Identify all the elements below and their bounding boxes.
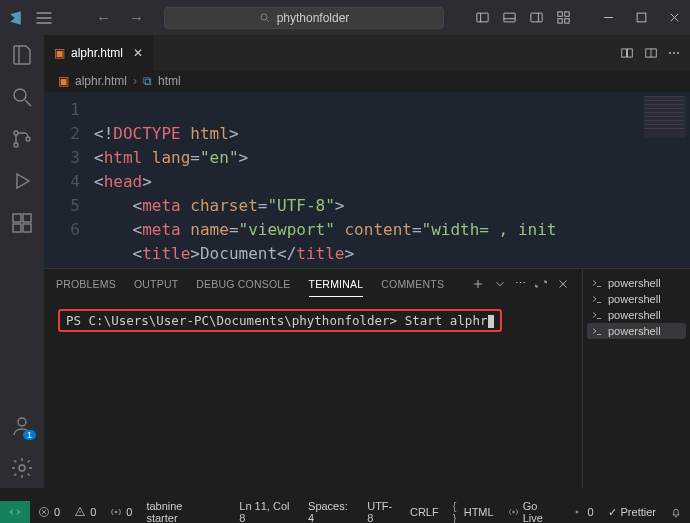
- html-file-icon: ▣: [54, 46, 65, 60]
- nav-forward[interactable]: →: [129, 9, 144, 26]
- title-bar: ← → phythonfolder: [0, 0, 690, 35]
- breadcrumb[interactable]: ▣ alphr.html › ⧉ html: [44, 70, 690, 92]
- status-spaces[interactable]: Spaces: 4: [308, 500, 353, 523]
- terminal-prompt: PS C:\Users\User-PC\Documents\phythonfol…: [66, 313, 397, 328]
- vscode-icon: [8, 9, 26, 27]
- layout-sidebar-left-icon[interactable]: [475, 10, 490, 25]
- svg-rect-15: [13, 224, 21, 232]
- accounts-icon[interactable]: [10, 414, 34, 438]
- svg-rect-16: [23, 224, 31, 232]
- close-tab-icon[interactable]: ✕: [133, 46, 143, 60]
- status-language[interactable]: { }HTML: [453, 500, 494, 523]
- status-eol[interactable]: CRLF: [410, 506, 439, 518]
- command-center[interactable]: phythonfolder: [164, 7, 444, 29]
- compare-icon[interactable]: [620, 46, 634, 60]
- menu-icon[interactable]: [34, 8, 54, 28]
- svg-point-25: [576, 511, 578, 513]
- svg-point-11: [14, 143, 18, 147]
- close-window-icon[interactable]: [667, 10, 682, 25]
- close-panel-icon[interactable]: [556, 277, 570, 291]
- svg-point-18: [19, 465, 25, 471]
- terminal-list: powershell powershell powershell powersh…: [582, 269, 690, 488]
- search-text: phythonfolder: [277, 11, 350, 25]
- layout-sidebar-right-icon[interactable]: [529, 10, 544, 25]
- more-panel-icon[interactable]: ⋯: [515, 277, 526, 291]
- terminal-list-item[interactable]: powershell: [587, 323, 686, 339]
- search-icon: [259, 12, 271, 24]
- terminal-list-item[interactable]: powershell: [587, 307, 686, 323]
- maximize-panel-icon[interactable]: [534, 277, 548, 291]
- tab-bar: ▣ alphr.html ✕ ⋯: [44, 35, 690, 70]
- activity-bar: [0, 35, 44, 488]
- status-linecol[interactable]: Ln 11, Col 8: [239, 500, 294, 523]
- minimap[interactable]: [644, 96, 686, 138]
- terminal-list-item[interactable]: powershell: [587, 291, 686, 307]
- status-encoding[interactable]: UTF-8: [367, 500, 396, 523]
- split-icon[interactable]: [644, 46, 658, 60]
- tab-problems[interactable]: PROBLEMS: [56, 272, 116, 296]
- customize-layout-icon[interactable]: [556, 10, 571, 25]
- tab-terminal[interactable]: TERMINAL: [309, 272, 364, 297]
- search-side-icon[interactable]: [10, 85, 34, 109]
- svg-point-0: [261, 14, 267, 20]
- breadcrumb-file: alphr.html: [75, 74, 127, 88]
- editor-tab[interactable]: ▣ alphr.html ✕: [44, 35, 154, 70]
- maximize-icon[interactable]: [634, 10, 649, 25]
- html-file-icon: ▣: [58, 74, 69, 88]
- svg-point-17: [18, 418, 26, 426]
- svg-point-23: [115, 511, 117, 513]
- tab-output[interactable]: OUTPUT: [134, 272, 178, 296]
- status-prettier[interactable]: ✓Prettier: [608, 506, 656, 519]
- settings-gear-icon[interactable]: [10, 456, 34, 480]
- run-debug-icon[interactable]: [10, 169, 34, 193]
- status-port[interactable]: 0: [571, 506, 593, 518]
- svg-rect-6: [558, 19, 562, 23]
- svg-rect-1: [477, 13, 488, 22]
- nav-back[interactable]: ←: [96, 9, 111, 26]
- svg-point-12: [26, 137, 30, 141]
- chevron-down-icon[interactable]: [493, 277, 507, 291]
- svg-rect-5: [565, 12, 569, 16]
- svg-point-24: [512, 511, 514, 513]
- svg-rect-3: [531, 13, 542, 22]
- status-bell-icon[interactable]: [670, 506, 682, 518]
- code-content: <!DOCTYPE html> <html lang="en"> <head> …: [94, 92, 690, 268]
- extensions-icon[interactable]: [10, 211, 34, 235]
- explorer-icon[interactable]: [10, 43, 34, 67]
- minimize-icon[interactable]: [601, 10, 616, 25]
- tab-label: alphr.html: [71, 46, 123, 60]
- svg-rect-4: [558, 12, 562, 16]
- code-editor[interactable]: 123456 <!DOCTYPE html> <html lang="en"> …: [44, 92, 690, 268]
- panel: PROBLEMS OUTPUT DEBUG CONSOLE TERMINAL C…: [44, 268, 690, 488]
- status-golive[interactable]: Go Live: [508, 500, 558, 523]
- new-terminal-icon[interactable]: [471, 277, 485, 291]
- source-control-icon[interactable]: [10, 127, 34, 151]
- layout-panel-icon[interactable]: [502, 10, 517, 25]
- more-tab-actions[interactable]: ⋯: [668, 46, 680, 60]
- svg-rect-19: [622, 48, 627, 56]
- svg-rect-20: [628, 48, 633, 56]
- status-tabnine[interactable]: tabnine starter: [146, 500, 211, 523]
- svg-rect-2: [504, 13, 515, 22]
- terminal-view[interactable]: PS C:\Users\User-PC\Documents\phythonfol…: [44, 299, 582, 488]
- svg-point-10: [14, 131, 18, 135]
- status-warnings[interactable]: 0: [74, 506, 96, 518]
- tab-debug-console[interactable]: DEBUG CONSOLE: [196, 272, 290, 296]
- breadcrumb-node-icon: ⧉: [143, 74, 152, 88]
- svg-rect-8: [637, 13, 646, 22]
- panel-tabs: PROBLEMS OUTPUT DEBUG CONSOLE TERMINAL C…: [44, 269, 582, 299]
- terminal-list-item[interactable]: powershell: [587, 275, 686, 291]
- chevron-right-icon: ›: [133, 74, 137, 88]
- svg-rect-14: [23, 214, 31, 222]
- terminal-cursor: [488, 315, 494, 328]
- svg-rect-13: [13, 214, 21, 222]
- line-gutter: 123456: [44, 92, 94, 268]
- breadcrumb-node: html: [158, 74, 181, 88]
- terminal-command: Start alphr: [397, 313, 487, 328]
- remote-icon[interactable]: [8, 505, 22, 519]
- tab-comments[interactable]: COMMENTS: [381, 272, 444, 296]
- svg-point-9: [14, 89, 26, 101]
- svg-rect-7: [565, 19, 569, 23]
- status-radio[interactable]: 0: [110, 506, 132, 518]
- status-errors[interactable]: 0: [38, 506, 60, 518]
